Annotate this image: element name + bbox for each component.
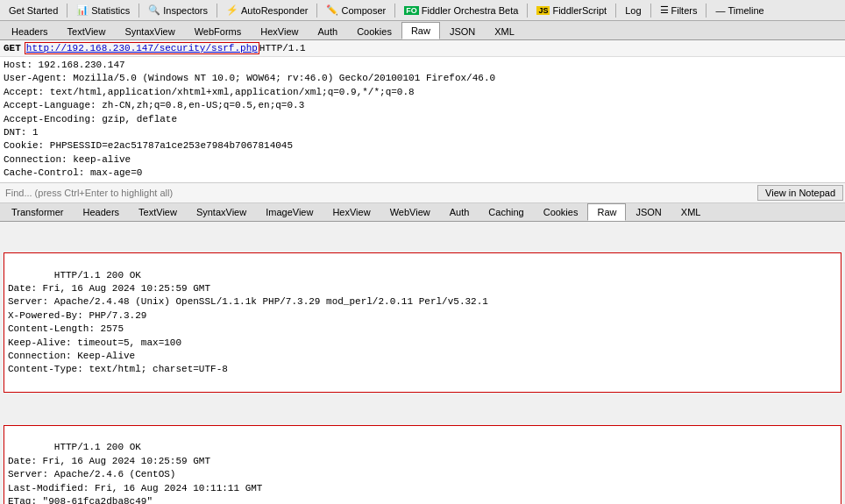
tab-raw-resp[interactable]: Raw [587,203,626,221]
toolbar-divider-7 [615,4,616,18]
tab-webforms-req[interactable]: WebForms [185,22,252,39]
tab-imageview-resp[interactable]: ImageView [256,203,323,221]
get-started-label: Get Started [9,5,58,16]
request-headers-text: Host: 192.168.230.147 User-Agent: Mozill… [0,57,845,182]
tab-cookies-resp[interactable]: Cookies [534,203,588,221]
fiddlerscript-label: FiddlerScript [552,5,607,16]
toolbar-autoresponder[interactable]: ⚡ AutoResponder [221,3,313,18]
response-area: Transformer Headers TextView SyntaxView … [0,203,845,504]
tab-webview-resp[interactable]: WebView [380,203,440,221]
toolbar-divider-3 [217,4,217,18]
tab-textview-resp[interactable]: TextView [129,203,187,221]
statistics-label: Statistics [91,5,130,16]
toolbar-fiddler-orchestra[interactable]: FO Fiddler Orchestra Beta [399,4,523,18]
main-toolbar: Get Started 📊 Statistics 🔍 Inspectors ⚡ … [0,0,845,21]
filters-icon: ☰ [660,4,669,16]
toolbar-fiddlerscript[interactable]: JS FiddlerScript [531,4,612,18]
toolbar-divider-6 [527,4,528,18]
request-tabs-area: Headers TextView SyntaxView WebForms Hex… [0,21,845,203]
tab-raw-req[interactable]: Raw [401,22,440,39]
request-url-bar: GET http://192.168.230.147/security/ssrf… [0,40,845,57]
response-content: HTTP/1.1 200 OK Date: Fri, 16 Aug 2024 1… [0,222,845,504]
toolbar-divider-1 [67,4,67,18]
response-block-2: HTTP/1.1 200 OK Date: Fri, 16 Aug 2024 1… [4,425,841,504]
inspectors-icon: 🔍 [148,4,160,16]
request-url-rest: HTTP/1.1 [259,43,306,53]
toolbar-divider-2 [138,4,139,18]
toolbar-divider-8 [650,4,651,18]
response-block-1: HTTP/1.1 200 OK Date: Fri, 16 Aug 2024 1… [4,252,841,393]
tab-cookies-req[interactable]: Cookies [347,22,401,39]
toolbar-log[interactable]: Log [620,4,646,18]
tab-headers-resp[interactable]: Headers [74,203,130,221]
tab-caching-resp[interactable]: Caching [479,203,533,221]
timeline-icon: — [715,5,725,16]
toolbar-composer[interactable]: ✏️ Composer [321,3,391,18]
tab-xml-req[interactable]: XML [485,22,524,39]
inspectors-label: Inspectors [163,5,208,16]
tab-auth-resp[interactable]: Auth [440,203,479,221]
tab-auth-req[interactable]: Auth [309,22,348,39]
response-block-2-text: HTTP/1.1 200 OK Date: Fri, 16 Aug 2024 1… [8,442,262,504]
toolbar-divider-9 [706,4,707,18]
view-in-notepad-button[interactable]: View in Notepad [757,185,843,201]
composer-label: Composer [341,5,386,16]
fo-icon: FO [404,6,419,15]
tab-textview-req[interactable]: TextView [58,22,116,39]
find-input[interactable] [0,186,757,200]
tab-transformer-resp[interactable]: Transformer [2,203,74,221]
response-block-1-text: HTTP/1.1 200 OK Date: Fri, 16 Aug 2024 1… [8,270,488,375]
tab-json-resp[interactable]: JSON [626,203,671,221]
js-icon: JS [536,6,550,15]
toolbar-timeline[interactable]: — Timeline [710,4,769,18]
request-url-link[interactable]: http://192.168.230.147/security/ssrf.php [25,42,259,54]
tab-headers-req[interactable]: Headers [2,22,58,39]
toolbar-filters[interactable]: ☰ Filters [655,3,703,18]
statistics-icon: 📊 [76,4,89,16]
timeline-label: Timeline [728,5,763,16]
response-tab-bar: Transformer Headers TextView SyntaxView … [0,203,845,222]
toolbar-statistics[interactable]: 📊 Statistics [71,3,135,18]
autoresponder-icon: ⚡ [226,4,238,16]
log-label: Log [625,5,641,16]
find-bar: View in Notepad [0,182,845,203]
toolbar-divider-5 [394,4,395,18]
main-container: Headers TextView SyntaxView WebForms Hex… [0,21,845,504]
tab-hexview-resp[interactable]: HexView [323,203,380,221]
toolbar-get-started[interactable]: Get Started [4,4,63,18]
toolbar-divider-4 [316,4,317,18]
tab-xml-resp[interactable]: XML [671,203,711,221]
toolbar-inspectors[interactable]: 🔍 Inspectors [143,3,213,18]
request-method: GET [4,43,21,53]
autoresponder-label: AutoResponder [241,5,308,16]
filters-label: Filters [671,5,698,16]
composer-icon: ✏️ [326,4,338,16]
request-tab-bar: Headers TextView SyntaxView WebForms Hex… [0,21,845,40]
fo-label: Fiddler Orchestra Beta [422,5,519,16]
tab-syntaxview-resp[interactable]: SyntaxView [187,203,256,221]
tab-syntaxview-req[interactable]: SyntaxView [115,22,184,39]
tab-json-req[interactable]: JSON [440,22,485,39]
tab-hexview-req[interactable]: HexView [251,22,308,39]
